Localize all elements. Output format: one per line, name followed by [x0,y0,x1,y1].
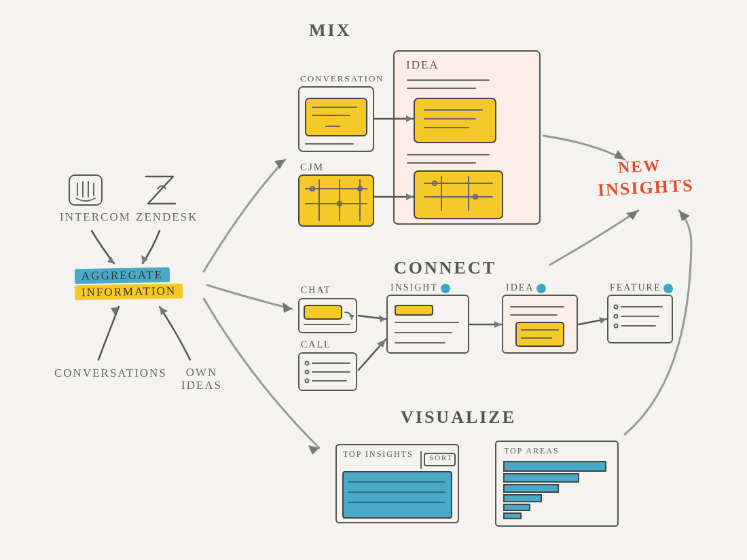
label-chat: CHAT [301,285,331,296]
svg-rect-18 [306,98,367,136]
svg-rect-62 [504,474,579,482]
flow-arrows [204,160,319,455]
zendesk-icon [146,176,175,204]
svg-point-31 [306,362,309,365]
label-call: CALL [301,339,331,350]
heading-visualize: VISUALIZE [401,407,516,428]
svg-rect-27 [299,299,357,333]
svg-rect-0 [69,175,102,205]
label-sort: SORT [429,453,453,462]
aggregate-block: AGGREGATE INFORMATION [75,268,183,299]
output-new: NEW [617,156,661,176]
label-own-ideas: OWN IDEAS [178,367,225,392]
svg-point-26 [358,187,362,191]
svg-rect-28 [304,305,342,319]
label-conversations: CONVERSATIONS [54,367,167,380]
svg-point-15 [433,181,437,185]
heading-mix: MIX [309,20,351,41]
svg-point-24 [310,187,314,191]
label-insight: INSIGHT [390,282,450,293]
svg-rect-66 [504,513,521,519]
svg-rect-8 [414,98,496,143]
svg-rect-65 [504,504,530,510]
aggregate-line2: INFORMATION [75,284,183,301]
dot-icon [536,284,546,293]
dot-icon [441,284,450,293]
aggregate-line1: AGGREGATE [75,267,170,284]
label-feature: FEATURE [610,282,673,293]
svg-rect-61 [504,462,606,471]
svg-rect-17 [299,87,374,151]
label-zendesk: ZENDESK [136,210,198,224]
label-idea-connect: IDEA [506,282,546,293]
svg-point-47 [615,305,618,309]
label-conversation: CONVERSATION [300,73,384,84]
dot-icon [663,284,673,293]
svg-point-33 [306,371,309,374]
svg-rect-30 [299,353,357,390]
svg-rect-38 [395,305,433,315]
svg-rect-37 [387,295,469,353]
svg-rect-63 [504,485,558,492]
svg-rect-56 [343,472,452,518]
svg-point-35 [306,379,309,383]
svg-rect-45 [516,322,564,346]
svg-rect-42 [503,295,577,353]
svg-rect-64 [504,495,541,502]
label-cjm: CJM [300,162,324,173]
label-top-insights: TOP INSIGHTS [343,449,414,460]
svg-rect-14 [414,171,503,219]
label-intercom: INTERCOM [60,210,131,224]
svg-point-51 [615,324,618,328]
intercom-icon [69,175,102,205]
svg-rect-23 [299,175,374,226]
heading-connect: CONNECT [394,258,496,278]
svg-point-49 [615,315,618,318]
svg-point-25 [338,202,342,206]
label-idea-mix: IDEA [406,58,439,72]
svg-rect-5 [394,51,540,224]
svg-rect-46 [608,295,672,343]
output-insights: INSIGHTS [597,175,694,200]
svg-point-16 [473,195,477,199]
label-top-areas: TOP AREAS [504,446,560,456]
